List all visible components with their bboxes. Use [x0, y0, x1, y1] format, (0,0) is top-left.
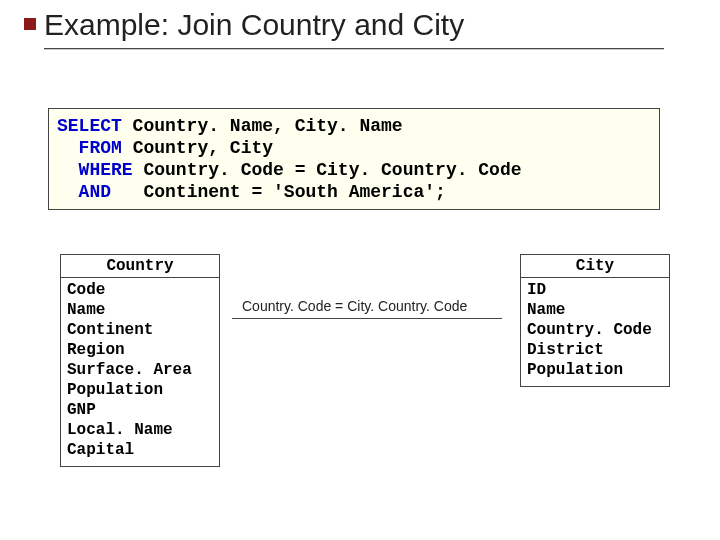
col: Capital — [67, 440, 213, 460]
kw-select: SELECT — [57, 116, 122, 136]
col: District — [527, 340, 663, 360]
col: Name — [67, 300, 213, 320]
title-underline — [44, 48, 664, 49]
table-country-body: Code Name Continent Region Surface. Area… — [61, 278, 219, 466]
col: ID — [527, 280, 663, 300]
kw-from: FROM — [79, 138, 122, 158]
table-country: Country Code Name Continent Region Surfa… — [60, 254, 220, 467]
col: Code — [67, 280, 213, 300]
join-line — [232, 318, 502, 319]
kw-and: AND — [79, 182, 111, 202]
col: Region — [67, 340, 213, 360]
sql-code-box: SELECT Country. Name, City. Name FROM Co… — [48, 108, 660, 210]
table-city-body: ID Name Country. Code District Populatio… — [521, 278, 669, 386]
col: Surface. Area — [67, 360, 213, 380]
kw-where: WHERE — [79, 160, 133, 180]
col: Country. Code — [527, 320, 663, 340]
col: Population — [67, 380, 213, 400]
title-bullet — [24, 18, 36, 30]
col: Local. Name — [67, 420, 213, 440]
slide-title: Example: Join Country and City — [44, 8, 464, 42]
sql-code: SELECT Country. Name, City. Name FROM Co… — [57, 115, 651, 203]
select-list: Country. Name, City. Name — [122, 116, 403, 136]
col: GNP — [67, 400, 213, 420]
from-list: Country, City — [122, 138, 273, 158]
table-city: City ID Name Country. Code District Popu… — [520, 254, 670, 387]
and-clause: Continent = 'South America'; — [111, 182, 446, 202]
table-city-header: City — [521, 255, 669, 278]
where-clause: Country. Code = City. Country. Code — [133, 160, 522, 180]
col: Name — [527, 300, 663, 320]
col: Population — [527, 360, 663, 380]
table-country-header: Country — [61, 255, 219, 278]
join-condition-label: Country. Code = City. Country. Code — [242, 298, 467, 314]
col: Continent — [67, 320, 213, 340]
